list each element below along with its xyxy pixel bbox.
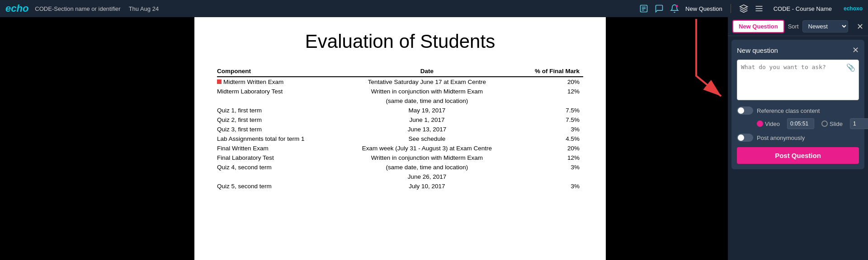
- new-question-header: New question ✕: [737, 45, 859, 55]
- reference-label: Reference class content: [757, 107, 820, 114]
- video-radio[interactable]: [757, 121, 763, 127]
- logo-text: echo: [5, 3, 28, 14]
- anon-toggle[interactable]: [737, 134, 753, 142]
- course-name: CODE - Course Name: [774, 5, 832, 12]
- slide-area: Evaluation of Students Component Date % …: [0, 17, 728, 260]
- question-textarea[interactable]: [737, 60, 859, 100]
- layers-icon-btn[interactable]: [739, 4, 748, 13]
- table-row: Quiz 5, second term July 10, 2017 3%: [217, 181, 583, 191]
- video-option[interactable]: Video: [757, 121, 780, 127]
- anon-toggle-knob: [738, 135, 744, 141]
- panel-new-question-btn[interactable]: New Question: [732, 20, 784, 33]
- anon-label: Post anonymously: [757, 135, 805, 141]
- table-row: Quiz 3, first term June 13, 2017 3%: [217, 125, 583, 134]
- panel-close-btn[interactable]: ✕: [857, 22, 863, 32]
- video-time-input[interactable]: [787, 118, 814, 129]
- table-row: Final Written Exam Exam week (July 31 - …: [217, 144, 583, 153]
- anon-row: Post anonymously: [737, 134, 859, 142]
- table-row: Quiz 1, first term May 19, 2017 7.5%: [217, 106, 583, 115]
- main-layout: Evaluation of Students Component Date % …: [0, 17, 868, 260]
- col-component: Component: [217, 66, 339, 77]
- notification-icon-btn[interactable]: [670, 4, 679, 13]
- slide-num-input[interactable]: [850, 118, 868, 129]
- section-name: CODE-Section name or identifier: [35, 5, 120, 12]
- slide-option[interactable]: Slide: [821, 121, 843, 127]
- list-icon-btn[interactable]: [755, 4, 764, 13]
- sort-select[interactable]: Newest Oldest Most Liked: [802, 20, 848, 32]
- reference-row: Reference class content: [737, 107, 859, 115]
- radio-row: Video Slide: [757, 118, 859, 129]
- red-dot: [217, 79, 222, 84]
- svg-point-5: [676, 5, 678, 7]
- table-row: Final Laboratory Test Written in conjunc…: [217, 153, 583, 162]
- post-question-btn[interactable]: Post Question: [737, 147, 859, 164]
- topbar: echo CODE-Section name or identifier Thu…: [0, 0, 868, 17]
- slide-title: Evaluation of Students: [217, 31, 583, 52]
- col-final-mark: % of Final Mark: [518, 66, 583, 77]
- table-row: June 26, 2017: [217, 172, 583, 181]
- toggle-knob: [738, 107, 744, 114]
- table-row: Midterm Written Exam Tentative Saturday …: [217, 77, 583, 87]
- table-row: (same date, time and location): [217, 96, 583, 106]
- col-date: Date: [339, 66, 518, 77]
- sort-label: Sort: [788, 23, 799, 30]
- topbar-icons: New Question CODE - Course Name echoxo: [639, 4, 863, 13]
- new-question-panel: New question ✕ 📎 Reference class content…: [731, 40, 864, 169]
- logo: echo: [5, 3, 28, 14]
- table-row: Midterm Laboratory Test Written in conju…: [217, 87, 583, 96]
- document-icon-btn[interactable]: [639, 4, 648, 13]
- slide-label: Slide: [830, 121, 843, 127]
- new-question-close-btn[interactable]: ✕: [852, 45, 859, 55]
- reference-toggle[interactable]: [737, 107, 753, 115]
- new-question-title: New question: [737, 46, 778, 54]
- slide-container: Evaluation of Students Component Date % …: [194, 17, 606, 260]
- slide-table: Component Date % of Final Mark Midterm W…: [217, 66, 583, 191]
- svg-marker-6: [740, 5, 747, 9]
- video-label: Video: [765, 121, 780, 127]
- slide-radio[interactable]: [821, 121, 828, 127]
- date: Thu Aug 24: [129, 5, 159, 12]
- chat-icon-btn[interactable]: [655, 4, 664, 13]
- table-row: Lab Assignments total for term 1 See sch…: [217, 134, 583, 144]
- divider: [731, 4, 731, 13]
- table-row: Quiz 4, second term (same date, time and…: [217, 162, 583, 172]
- attachment-icon: 📎: [846, 63, 855, 72]
- panel-topbar: New Question Sort Newest Oldest Most Lik…: [728, 17, 868, 36]
- echoxo-logo: echoxo: [844, 5, 863, 12]
- topbar-new-question-btn[interactable]: New Question: [685, 5, 722, 12]
- textarea-wrapper: 📎: [737, 60, 859, 102]
- table-row: Quiz 2, first term June 1, 2017 7.5%: [217, 115, 583, 125]
- right-panel: New Question Sort Newest Oldest Most Lik…: [728, 17, 868, 260]
